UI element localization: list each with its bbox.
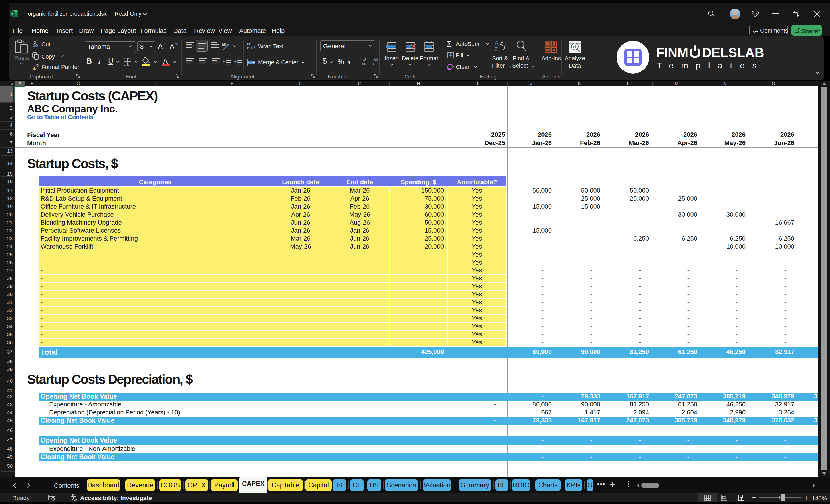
svg-text:x: x	[11, 11, 13, 16]
svg-text:c: c	[247, 46, 249, 50]
svg-text:.00: .00	[361, 62, 366, 66]
svg-text:A: A	[495, 40, 498, 46]
svg-text:.00: .00	[373, 57, 378, 62]
svg-text:ab: ab	[222, 42, 226, 46]
svg-text:.0: .0	[363, 57, 366, 62]
svg-text:Z: Z	[495, 46, 498, 52]
svg-text:ab: ab	[247, 42, 251, 46]
svg-text:.0: .0	[376, 62, 379, 66]
